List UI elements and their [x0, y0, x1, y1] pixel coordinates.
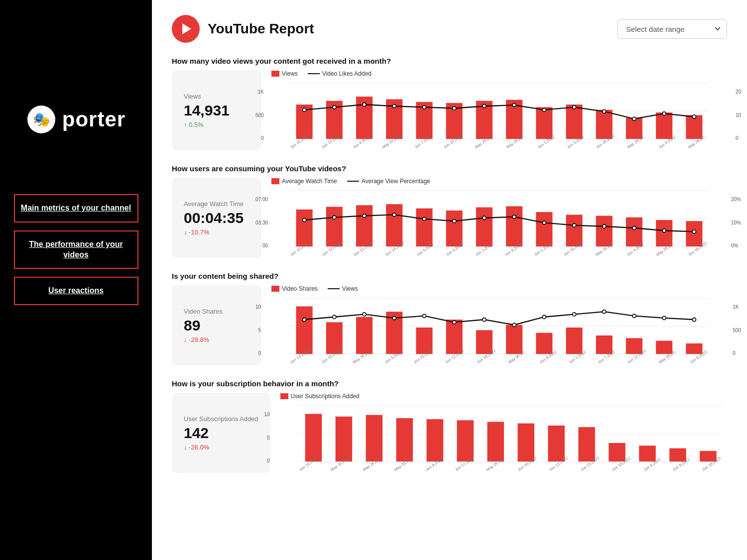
- chart-area-subscriptions: User Subscriptions Added1050Jun 10,2022M…: [280, 393, 727, 473]
- legend-label: Video Likes Added: [322, 70, 372, 77]
- y-label: 500: [255, 112, 264, 118]
- svg-point-34: [662, 229, 666, 232]
- svg-point-8: [392, 105, 396, 108]
- section-subscriptions: How is your subscription behavior in a m…: [172, 379, 727, 473]
- y-label: 5: [264, 435, 270, 441]
- bar: [426, 419, 443, 461]
- bar: [296, 306, 313, 354]
- section-shares: Is your content being shared?Video Share…: [172, 272, 727, 365]
- nav-user-reactions[interactable]: User reactions: [14, 277, 138, 305]
- legend-item: Views: [271, 70, 298, 77]
- legend-bar-icon: [271, 71, 279, 77]
- bar: [578, 427, 595, 461]
- chart-legend: Average Watch TimeAverage View Percentag…: [271, 178, 727, 185]
- legend-item: Average View Percentage: [347, 178, 430, 185]
- y-label: 1K: [255, 89, 264, 95]
- logo-text: porter: [62, 108, 125, 131]
- metric-label: Average Watch Time: [184, 200, 249, 208]
- nav-video-performance[interactable]: The performance of your videos: [14, 230, 138, 269]
- metric-change: ↑ 0.5%: [184, 121, 249, 128]
- metric-label: Video Shares: [184, 308, 249, 315]
- bar: [656, 112, 672, 139]
- chart-wrapper: 1050Jun 10,2022May 31,2022May 26,20...Ma…: [280, 403, 727, 473]
- y-label-right: 500: [733, 328, 741, 333]
- metric-value: 142: [184, 425, 258, 442]
- legend-label: User Subscriptions Added: [291, 393, 360, 400]
- svg-point-39: [302, 318, 306, 322]
- svg-point-13: [542, 108, 546, 112]
- svg-point-24: [363, 214, 366, 218]
- section-body-subscriptions: User Subscriptions Added142↓ -26.0%User …: [172, 393, 727, 473]
- svg-point-26: [422, 217, 426, 221]
- y-label-right: 0: [733, 350, 741, 356]
- metric-change: ↓ -28.8%: [184, 336, 249, 343]
- bar: [446, 320, 463, 354]
- svg-point-41: [363, 313, 366, 316]
- bar: [536, 212, 552, 246]
- svg-point-28: [483, 216, 486, 220]
- date-range-select[interactable]: Select date range: [618, 19, 727, 39]
- x-labels: Jun 20,2022Jun 13,2022Jun 9,2022May 31,2…: [289, 146, 709, 150]
- play-icon: [182, 23, 191, 34]
- y-label: 0: [255, 135, 264, 141]
- metric-change: ↓ -26.0%: [184, 444, 258, 451]
- svg-point-33: [632, 226, 636, 229]
- y-labels-left: 07:0003:3000: [255, 197, 268, 248]
- sections-container: How many video views your content got re…: [172, 57, 727, 473]
- bar: [476, 207, 493, 246]
- bar: [386, 204, 402, 246]
- svg-point-47: [542, 315, 546, 319]
- legend-item: Video Shares: [271, 285, 318, 292]
- bar: [326, 322, 343, 354]
- bar: [536, 333, 552, 354]
- youtube-icon: [172, 15, 200, 43]
- section-body-watch-time: Average Watch Time00:04:35↓ -10.7%Averag…: [172, 178, 727, 258]
- svg-point-42: [392, 316, 396, 320]
- legend-item: Average Watch Time: [271, 178, 337, 185]
- nav-main-metrics[interactable]: Main metrics of your channel: [14, 194, 138, 223]
- y-labels-right: 20100: [736, 89, 741, 141]
- bar: [446, 211, 463, 246]
- porter-logo-icon: 🎭: [26, 105, 56, 134]
- y-labels-right: 1K5000: [733, 304, 741, 356]
- bar: [457, 420, 474, 461]
- x-labels: Jun 13,2022Jun 10,2022May 26,20...Jun 5,…: [289, 361, 709, 365]
- svg-point-10: [453, 107, 456, 110]
- section-title-watch-time: How users are consuming your YouTube vid…: [172, 164, 727, 173]
- bar: [416, 209, 432, 247]
- header-left: YouTube Report: [172, 15, 314, 43]
- y-label: 5: [255, 328, 261, 333]
- section-video-views: How many video views your content got re…: [172, 57, 727, 150]
- bar: [566, 105, 582, 139]
- chart-area-video-views: ViewsVideo Likes Added1K500020100Jun 20,…: [271, 70, 727, 150]
- metric-card-video-views: Views14,931↑ 0.5%: [172, 70, 261, 150]
- logo-area: 🎭 porter: [26, 105, 125, 134]
- svg-point-29: [512, 215, 516, 219]
- svg-point-17: [662, 112, 666, 115]
- y-label-right: 0%: [731, 243, 741, 248]
- chart-svg: [289, 295, 709, 360]
- svg-point-16: [632, 117, 636, 120]
- svg-point-45: [483, 318, 486, 322]
- y-label-right: 20%: [731, 197, 741, 202]
- bar: [566, 328, 582, 354]
- nav-buttons: Main metrics of your channel The perform…: [10, 194, 142, 305]
- bar: [487, 422, 504, 461]
- svg-point-44: [453, 321, 456, 324]
- bar: [596, 110, 613, 139]
- legend-bar-icon: [280, 393, 288, 399]
- svg-point-43: [422, 314, 426, 318]
- legend-bar-icon: [271, 178, 279, 184]
- y-labels-left: 1K5000: [255, 89, 264, 141]
- y-label: 07:00: [255, 197, 268, 202]
- y-label-right: 10%: [731, 220, 741, 225]
- svg-point-9: [422, 106, 426, 109]
- y-label: 00: [255, 243, 268, 248]
- svg-text:🎭: 🎭: [32, 112, 50, 128]
- chart-wrapper: 10501K5000Jun 13,2022Jun 10,2022May 26,2…: [271, 295, 727, 365]
- sidebar: 🎭 porter Main metrics of your channel Th…: [0, 0, 152, 560]
- bar: [639, 446, 656, 461]
- y-label-right: 20: [736, 89, 741, 95]
- bar: [366, 415, 382, 462]
- metric-change: ↓ -10.7%: [184, 228, 249, 236]
